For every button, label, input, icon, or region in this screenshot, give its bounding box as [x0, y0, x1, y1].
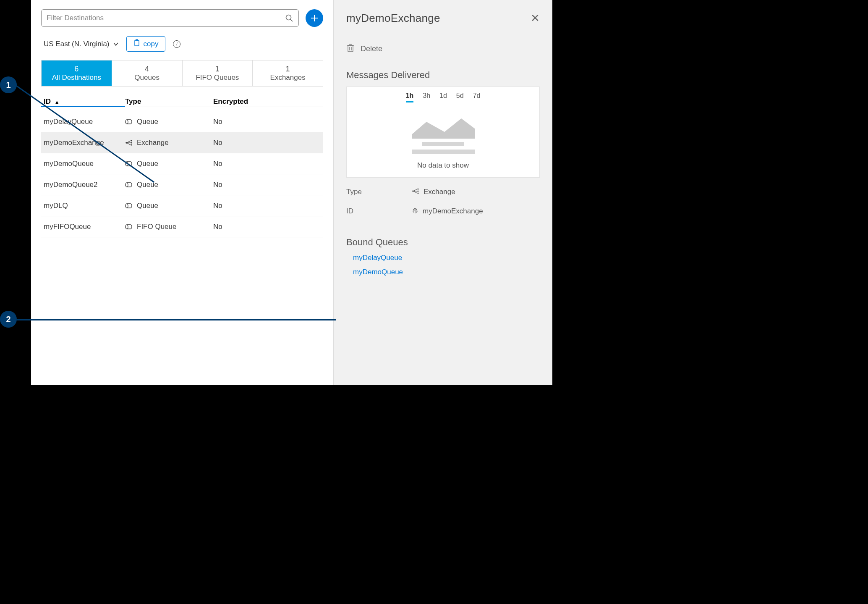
bound-queues-section: Bound Queues myDelayQueuemyDemoQueue — [346, 237, 540, 276]
svg-line-27 — [413, 191, 417, 193]
fingerprint-icon — [412, 206, 418, 216]
svg-point-30 — [418, 191, 418, 192]
callout-2-badge: 2 — [0, 311, 17, 328]
svg-point-12 — [131, 142, 132, 143]
table-row[interactable]: myFIFOQueue FIFO Queue No — [41, 216, 323, 237]
row-id: myDemoExchange — [41, 139, 125, 147]
no-data-label: No data to show — [347, 161, 539, 170]
main-panel: US East (N. Virginia) copy i 6 A — [31, 0, 333, 385]
row-encrypted: No — [213, 160, 323, 168]
tab-all-destinations[interactable]: 6 All Destinations — [42, 60, 112, 86]
tab-queues[interactable]: 4 Queues — [112, 60, 183, 86]
tab-count: 1 — [183, 65, 253, 74]
svg-marker-24 — [412, 118, 475, 134]
exchange-icon — [412, 188, 419, 196]
svg-point-31 — [418, 193, 418, 194]
table-header: ID ▲ Type Encrypted — [41, 97, 323, 111]
row-id: myDelayQueue — [41, 118, 125, 126]
row-type: Exchange — [125, 139, 213, 147]
meta-id-label: ID — [346, 207, 405, 215]
timerange-1d[interactable]: 1d — [439, 92, 447, 102]
info-icon[interactable]: i — [173, 40, 180, 48]
table-row[interactable]: myDemoExchange Exchange No — [41, 132, 323, 153]
tab-fifo-queues[interactable]: 1 FIFO Queues — [183, 60, 253, 86]
svg-rect-23 — [412, 134, 475, 139]
tab-count: 1 — [253, 65, 323, 74]
svg-line-1 — [290, 19, 293, 21]
table-row[interactable]: myDemoQueue Queue No — [41, 153, 323, 174]
row-id: myDemoQueue — [41, 160, 125, 168]
region-row: US East (N. Virginia) copy i — [41, 36, 323, 52]
detail-header: myDemoExchange ✕ — [346, 12, 540, 25]
row-type: FIFO Queue — [125, 223, 213, 231]
meta-type-row: Type Exchange — [346, 188, 540, 196]
add-destination-button[interactable] — [306, 9, 323, 27]
exchange-icon — [125, 140, 133, 146]
timerange-5d[interactable]: 5d — [456, 92, 464, 102]
search-box[interactable] — [41, 9, 299, 27]
timerange-1h[interactable]: 1h — [406, 92, 414, 102]
tab-count: 4 — [112, 65, 182, 74]
column-type-label: Type — [125, 97, 141, 105]
tab-label: Exchanges — [253, 74, 323, 82]
column-id-label: ID — [44, 97, 51, 105]
row-id: myDemoQueue2 — [41, 181, 125, 189]
row-type: Queue — [125, 181, 213, 189]
column-id[interactable]: ID ▲ — [41, 97, 125, 107]
row-id: myFIFOQueue — [41, 223, 125, 231]
bound-queue-link[interactable]: myDemoQueue — [353, 268, 540, 276]
bound-queues-heading: Bound Queues — [346, 237, 540, 248]
meta-id-value: myDemoExchange — [423, 207, 483, 215]
column-encrypted[interactable]: Encrypted — [213, 97, 323, 107]
messages-chart-card: 1h3h1d5d7d No data to show — [346, 87, 540, 178]
chevron-down-icon — [113, 40, 119, 48]
destinations-table: ID ▲ Type Encrypted myDelayQueue Queue N… — [41, 97, 323, 237]
filter-destinations-input[interactable] — [47, 14, 285, 22]
column-encrypted-label: Encrypted — [213, 97, 248, 105]
queue-icon — [125, 203, 133, 208]
svg-line-26 — [413, 189, 417, 191]
svg-point-29 — [418, 189, 418, 189]
chart-placeholder — [347, 106, 539, 158]
region-select[interactable]: US East (N. Virginia) — [44, 40, 119, 48]
detail-title: myDemoExchange — [346, 12, 440, 25]
close-icon[interactable]: ✕ — [531, 12, 540, 25]
region-label: US East (N. Virginia) — [44, 40, 110, 48]
svg-rect-4 — [135, 40, 139, 46]
row-encrypted: No — [213, 223, 323, 231]
row-encrypted: No — [213, 118, 323, 126]
table-row[interactable]: myDemoQueue2 Queue No — [41, 174, 323, 195]
svg-point-16 — [125, 204, 128, 208]
delete-button[interactable]: Delete — [346, 43, 540, 55]
table-row[interactable]: myDelayQueue Queue No — [41, 111, 323, 132]
trash-icon — [346, 43, 355, 55]
svg-line-9 — [127, 143, 131, 145]
delete-label: Delete — [361, 45, 382, 53]
queue-icon — [125, 182, 133, 187]
meta-type-value: Exchange — [424, 188, 455, 196]
search-icon[interactable] — [285, 14, 293, 22]
row-id: myDLQ — [41, 202, 125, 210]
queue-icon — [125, 119, 133, 124]
timerange-7d[interactable]: 7d — [473, 92, 481, 102]
bound-queue-link[interactable]: myDelayQueue — [353, 254, 540, 262]
svg-point-25 — [413, 191, 413, 192]
tab-exchanges[interactable]: 1 Exchanges — [253, 60, 323, 86]
copy-button[interactable]: copy — [126, 36, 166, 52]
callout-2-line — [17, 319, 336, 320]
svg-point-11 — [131, 140, 132, 141]
column-type[interactable]: Type — [125, 97, 213, 107]
tab-label: FIFO Queues — [183, 74, 253, 82]
timerange-3h[interactable]: 3h — [423, 92, 430, 102]
app-frame: US East (N. Virginia) copy i 6 A — [31, 0, 552, 385]
table-row[interactable]: myDLQ Queue No — [41, 195, 323, 216]
row-encrypted: No — [213, 202, 323, 210]
svg-point-0 — [286, 15, 291, 20]
svg-point-13 — [131, 144, 132, 145]
row-encrypted: No — [213, 181, 323, 189]
row-type: Queue — [125, 202, 213, 210]
svg-point-15 — [125, 183, 128, 187]
tab-count: 6 — [42, 65, 112, 74]
tab-label: All Destinations — [42, 74, 112, 82]
row-type: Queue — [125, 118, 213, 126]
